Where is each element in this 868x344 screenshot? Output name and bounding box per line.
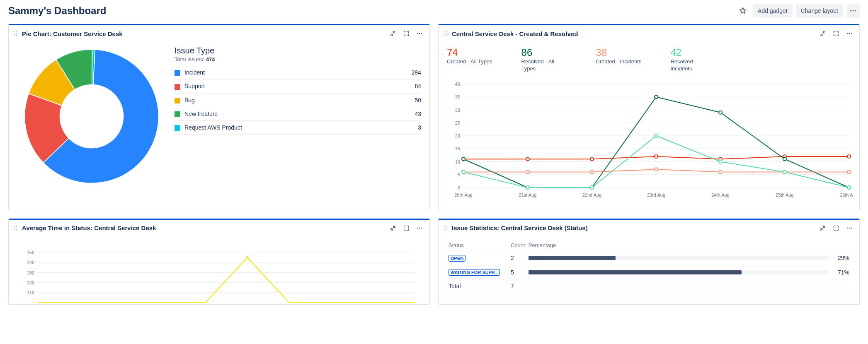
svg-point-70 — [655, 134, 658, 137]
header-actions: Add gadget Change layout — [736, 4, 860, 17]
svg-point-56 — [655, 95, 658, 99]
drag-handle-icon[interactable] — [13, 31, 19, 36]
svg-text:10: 10 — [455, 159, 460, 164]
card-more-button[interactable] — [415, 29, 424, 38]
stats-total-label: Total — [447, 279, 509, 293]
svg-point-8 — [16, 35, 17, 36]
summary-item: 38Created - Incidents — [596, 47, 642, 72]
svg-text:130: 130 — [27, 270, 34, 275]
svg-point-102 — [851, 227, 852, 229]
svg-point-19 — [849, 33, 850, 34]
svg-text:23rd Aug: 23rd Aug — [647, 192, 665, 197]
svg-text:120: 120 — [27, 280, 34, 285]
svg-text:30: 30 — [455, 107, 460, 112]
legend-row[interactable]: New Feature43 — [175, 107, 421, 120]
collapse-icon — [390, 30, 396, 37]
count-cell: 5 — [509, 265, 527, 279]
minimize-button[interactable] — [389, 224, 397, 232]
svg-point-72 — [783, 170, 786, 173]
svg-text:✕: ✕ — [245, 254, 250, 260]
maximize-button[interactable] — [402, 224, 410, 232]
pct-value: 29% — [830, 251, 851, 265]
minimize-button[interactable] — [819, 224, 827, 232]
maximize-button[interactable] — [832, 224, 840, 232]
svg-text:21st Aug: 21st Aug — [519, 192, 537, 197]
svg-point-9 — [417, 33, 418, 34]
pct-value: 71% — [830, 265, 851, 279]
svg-point-3 — [14, 31, 15, 32]
card-more-button[interactable] — [845, 29, 853, 38]
svg-point-66 — [847, 170, 851, 173]
card-issue-stats: Issue Statistics: Central Service Desk (… — [438, 219, 860, 305]
summary-item: 86Resolved - All Types — [521, 47, 567, 72]
svg-point-4 — [14, 33, 15, 34]
svg-point-75 — [14, 228, 15, 229]
card-more-button[interactable] — [845, 224, 853, 232]
svg-point-98 — [446, 228, 447, 229]
stats-table: Status Count Percentage OPEN 2 29% WAITI… — [447, 240, 851, 293]
svg-point-48 — [590, 157, 594, 161]
drag-handle-icon[interactable] — [443, 225, 449, 231]
svg-point-16 — [446, 33, 447, 34]
svg-point-79 — [16, 229, 17, 230]
svg-point-101 — [849, 227, 850, 229]
svg-text:150: 150 — [27, 250, 34, 255]
col-count: Count — [509, 240, 527, 251]
svg-point-5 — [14, 35, 15, 36]
svg-point-68 — [526, 186, 529, 189]
maximize-button[interactable] — [402, 29, 410, 38]
svg-point-7 — [16, 33, 17, 34]
svg-point-73 — [847, 186, 851, 189]
svg-point-0 — [850, 10, 851, 12]
header-more-button[interactable] — [846, 4, 860, 17]
svg-text:20: 20 — [455, 133, 460, 138]
svg-point-14 — [444, 35, 444, 36]
more-icon — [846, 225, 853, 231]
legend-row[interactable]: Bug50 — [175, 93, 421, 107]
svg-point-15 — [446, 31, 447, 32]
svg-point-20 — [851, 33, 852, 34]
svg-point-100 — [847, 227, 848, 229]
svg-point-2 — [855, 10, 856, 12]
pie-total: Total Issues: 474 — [175, 56, 421, 63]
svg-text:26th Aug: 26th Aug — [840, 192, 853, 197]
add-gadget-button[interactable]: Add gadget — [753, 4, 793, 17]
change-layout-button[interactable]: Change layout — [796, 4, 843, 17]
drag-handle-icon[interactable] — [13, 225, 19, 231]
star-icon — [739, 7, 747, 15]
card-more-button[interactable] — [415, 224, 424, 232]
svg-point-49 — [655, 155, 658, 158]
svg-point-57 — [719, 111, 722, 114]
minimize-button[interactable] — [819, 29, 827, 38]
table-row[interactable]: WAITING FOR SUPP... 5 71% — [447, 265, 851, 279]
svg-text:20th Aug: 20th Aug — [454, 192, 472, 197]
svg-point-74 — [14, 226, 15, 226]
expand-icon — [833, 30, 839, 37]
summary-row: 74Created - All Types86Resolved - All Ty… — [439, 42, 859, 76]
svg-point-61 — [526, 170, 529, 173]
svg-text:0: 0 — [458, 185, 460, 190]
pct-bar — [529, 270, 829, 274]
svg-point-12 — [444, 31, 444, 32]
more-icon — [416, 225, 423, 231]
avg-time-chart: 110120130140150✕ — [21, 241, 419, 303]
more-icon — [416, 30, 423, 37]
maximize-button[interactable] — [832, 29, 840, 38]
drag-handle-icon[interactable] — [443, 31, 449, 36]
star-button[interactable] — [736, 4, 749, 17]
legend-row[interactable]: Incident294 — [175, 66, 421, 79]
pct-bar — [529, 256, 829, 260]
svg-point-76 — [14, 229, 15, 230]
card-title: Issue Statistics: Central Service Desk (… — [452, 224, 588, 231]
col-pct: Percentage — [527, 240, 830, 251]
minimize-button[interactable] — [389, 29, 397, 38]
legend-row[interactable]: Request AWS Product3 — [175, 121, 421, 135]
col-status: Status — [447, 240, 509, 251]
collapse-icon — [390, 225, 396, 231]
svg-point-47 — [526, 157, 529, 161]
table-row[interactable]: OPEN 2 29% — [447, 251, 851, 265]
legend-row[interactable]: Support84 — [175, 79, 421, 93]
summary-item: 74Created - All Types — [447, 47, 492, 72]
svg-point-13 — [444, 33, 444, 34]
more-icon — [849, 7, 857, 14]
